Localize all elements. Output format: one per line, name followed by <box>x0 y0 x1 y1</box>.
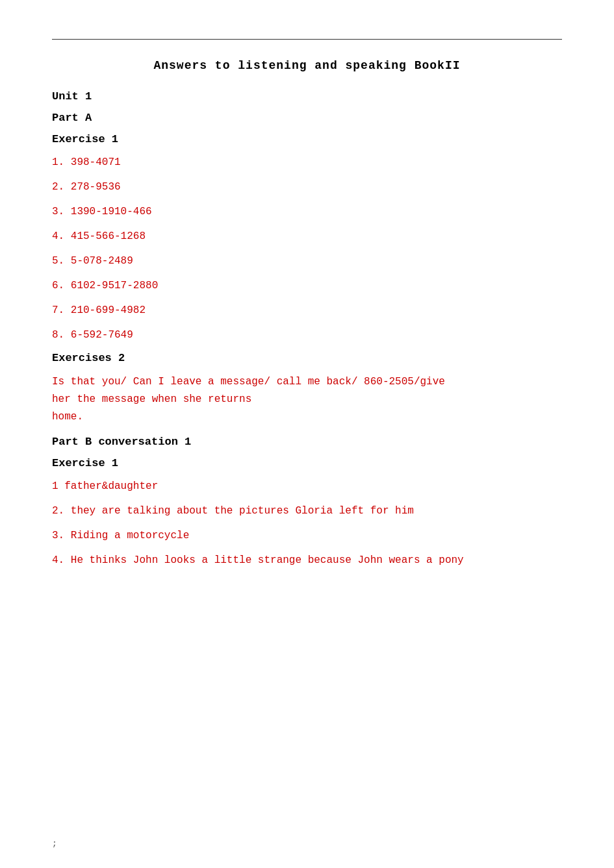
page-title: Answers to listening and speaking BookII <box>52 59 562 72</box>
part-b-heading: Part B conversation 1 <box>52 436 562 448</box>
list-item: 1 father&daughter <box>52 478 562 494</box>
exercise1-heading: Exercise 1 <box>52 133 562 145</box>
exercise1-b-heading: Exercise 1 <box>52 457 562 469</box>
exercise2-heading: Exercises 2 <box>52 352 562 364</box>
list-item: 3. 1390-1910-466 <box>52 204 562 219</box>
list-item: 6. 6102-9517-2880 <box>52 278 562 293</box>
paragraph-line: home. <box>52 408 562 426</box>
unit-heading: Unit 1 <box>52 90 562 103</box>
list-item: 8. 6-592-7649 <box>52 327 562 343</box>
footer-mark: ; <box>52 839 57 849</box>
part-a-heading: Part A <box>52 112 562 124</box>
page: Answers to listening and speaking BookII… <box>0 0 614 868</box>
top-divider <box>52 39 562 40</box>
exercise1-items: 1. 398-40712. 278-95363. 1390-1910-4664.… <box>52 155 562 343</box>
paragraph-line: her the message when she returns <box>52 391 562 408</box>
list-item: 4. He thinks John looks a little strange… <box>52 552 562 568</box>
list-item: 5. 5-078-2489 <box>52 253 562 269</box>
list-item: 2. they are talking about the pictures G… <box>52 503 562 519</box>
list-item: 1. 398-4071 <box>52 155 562 170</box>
list-item: 2. 278-9536 <box>52 179 562 195</box>
list-item: 4. 415-566-1268 <box>52 229 562 244</box>
paragraph-line: Is that you/ Can I leave a message/ call… <box>52 373 562 391</box>
exercise1-b-items: 1 father&daughter2. they are talking abo… <box>52 478 562 568</box>
exercise2-paragraph: Is that you/ Can I leave a message/ call… <box>52 373 562 427</box>
list-item: 3. Riding a motorcycle <box>52 528 562 543</box>
list-item: 7. 210-699-4982 <box>52 303 562 318</box>
